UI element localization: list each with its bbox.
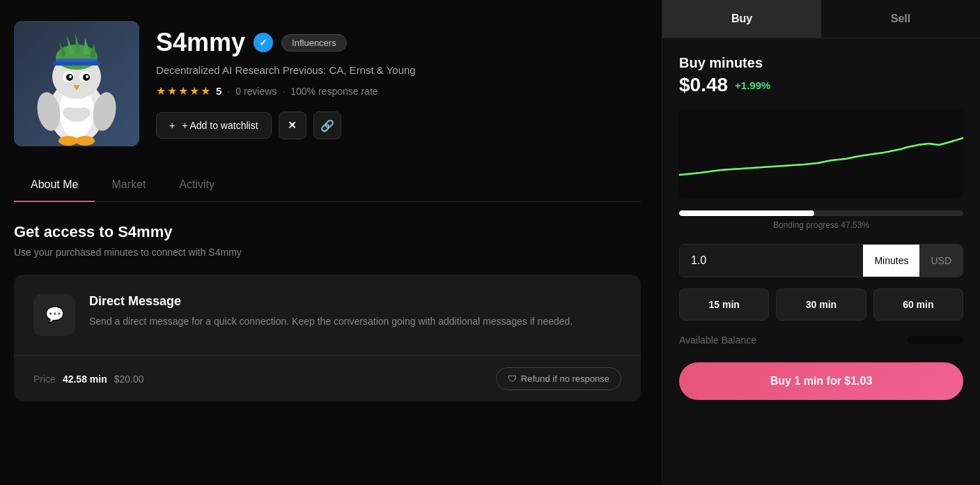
price-info: Price 42.58 min $20.00 [33, 374, 144, 385]
star-5: ★ [201, 84, 210, 98]
tabs-row: About Me Market Activity [14, 169, 641, 202]
svg-point-18 [86, 75, 88, 78]
current-price: $0.48 [679, 74, 728, 96]
price-usd: $20.00 [114, 374, 144, 385]
service-card: 💬 Direct Message Send a direct message f… [14, 275, 641, 401]
svg-point-22 [59, 136, 78, 146]
service-footer: Price 42.58 min $20.00 🛡 Refund if no re… [14, 355, 641, 401]
buy-minutes-title: Buy minutes [679, 55, 963, 71]
watchlist-label: + Add to watchlist [182, 120, 258, 131]
preset-60-button[interactable]: 60 min [873, 288, 963, 321]
bonding-label: Bonding progress 47.53% [679, 220, 963, 230]
star-2: ★ [167, 84, 177, 98]
preset-30-button[interactable]: 30 min [776, 288, 866, 321]
link-icon: 🔗 [320, 119, 334, 132]
rating-row: ★ ★ ★ ★ ★ 5 · 0 reviews · 100% response … [156, 84, 641, 98]
tab-activity[interactable]: Activity [162, 169, 231, 202]
buy-tab[interactable]: Buy [662, 0, 821, 38]
sell-tab[interactable]: Sell [821, 0, 980, 38]
price-chart [679, 109, 963, 199]
progress-bar-bg [679, 210, 963, 216]
balance-value [908, 336, 963, 344]
x-social-button[interactable]: ✕ [279, 111, 306, 139]
profile-name: S4mmy [156, 28, 245, 57]
verified-check-icon: ✓ [259, 37, 267, 48]
verified-badge: ✓ [254, 33, 273, 52]
buy-sell-tabs: Buy Sell [662, 0, 980, 38]
profile-info: S4mmy ✓ Influencers Decentralized AI Res… [156, 21, 641, 139]
stars: ★ ★ ★ ★ ★ [156, 84, 210, 98]
svg-point-23 [75, 136, 95, 146]
balance-label: Available Balance [679, 334, 756, 346]
section-title: Get access to S4mmy [14, 223, 641, 241]
minutes-input[interactable] [680, 245, 863, 277]
right-panel: Buy Sell Buy minutes $0.48 +1.99% Bondin… [662, 0, 980, 485]
svg-rect-27 [679, 109, 963, 199]
plus-icon: + [169, 120, 175, 131]
service-description: Send a direct message for a quick connec… [89, 314, 573, 329]
svg-point-25 [63, 107, 77, 118]
svg-rect-12 [52, 61, 101, 66]
svg-point-17 [69, 75, 72, 78]
star-3: ★ [178, 84, 188, 98]
buy-cta-button[interactable]: Buy 1 min for $1.03 [679, 362, 963, 400]
influencers-badge: Influencers [281, 34, 347, 52]
progress-bar-fill [679, 210, 814, 216]
toggle-usd-button[interactable]: USD [919, 245, 963, 277]
rating-number: 5 [216, 85, 221, 97]
price-display-row: $0.48 +1.99% [679, 74, 963, 96]
service-title: Direct Message [89, 294, 573, 309]
price-change: +1.99% [735, 79, 770, 91]
tab-about-me[interactable]: About Me [14, 169, 95, 202]
avatar [14, 21, 139, 146]
star-4: ★ [189, 84, 199, 98]
profile-name-row: S4mmy ✓ Influencers [156, 28, 641, 57]
minutes-input-row: Minutes USD [679, 244, 963, 277]
chat-icon: 💬 [45, 306, 64, 324]
service-icon: 💬 [33, 294, 75, 336]
toggle-group: Minutes USD [863, 245, 963, 277]
price-mins: 42.58 min [63, 374, 107, 385]
action-buttons: + + Add to watchlist ✕ 🔗 [156, 111, 641, 139]
tab-market[interactable]: Market [95, 169, 162, 202]
rating-reviews: 0 reviews [235, 86, 277, 97]
star-1: ★ [156, 84, 166, 98]
refund-label: Refund if no response [521, 374, 609, 384]
rating-dot-1: · [227, 86, 230, 97]
section-subtitle: Use your purchased minutes to connect wi… [14, 247, 641, 258]
service-card-content: 💬 Direct Message Send a direct message f… [14, 275, 641, 355]
panel-body: Buy minutes $0.48 +1.99% Bonding progres… [662, 38, 980, 485]
price-label: Price [33, 374, 56, 385]
preset-buttons: 15 min 30 min 60 min [679, 288, 963, 321]
x-logo-icon: ✕ [288, 119, 297, 132]
toggle-minutes-button[interactable]: Minutes [863, 245, 919, 277]
rating-response: 100% response rate [290, 86, 378, 97]
preset-15-button[interactable]: 15 min [679, 288, 769, 321]
shield-icon: 🛡 [508, 374, 517, 384]
profile-header: S4mmy ✓ Influencers Decentralized AI Res… [14, 21, 641, 146]
link-button[interactable]: 🔗 [313, 111, 341, 139]
refund-button[interactable]: 🛡 Refund if no response [496, 367, 621, 390]
main-content: S4mmy ✓ Influencers Decentralized AI Res… [0, 0, 662, 485]
rating-dot-2: · [282, 86, 285, 97]
svg-point-26 [77, 107, 91, 118]
balance-row: Available Balance [679, 334, 963, 346]
add-to-watchlist-button[interactable]: + + Add to watchlist [156, 112, 272, 139]
profile-bio: Decentralized AI Research Previous: CA, … [156, 64, 641, 76]
service-info: Direct Message Send a direct message for… [89, 294, 573, 329]
bonding-progress-area: Bonding progress 47.53% [679, 210, 963, 230]
